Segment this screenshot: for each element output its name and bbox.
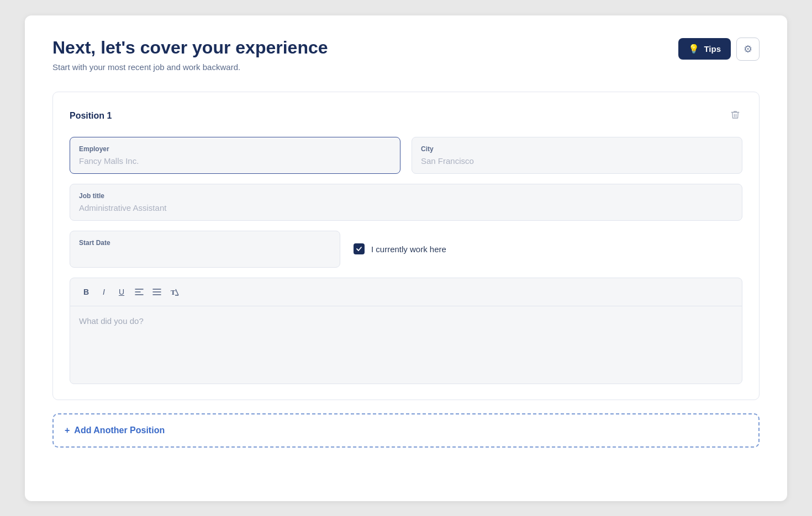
currently-work-label: I currently work here: [371, 244, 446, 254]
tips-button[interactable]: 💡 Tips: [678, 38, 731, 60]
start-date-label: Start Date: [79, 239, 331, 247]
page-subtitle: Start with your most recent job and work…: [52, 62, 328, 72]
job-title-row: Job title: [70, 184, 742, 221]
underline-button[interactable]: U: [113, 284, 130, 300]
bold-button[interactable]: B: [78, 284, 94, 300]
align-justify-button[interactable]: [149, 284, 165, 300]
delete-position-button[interactable]: [728, 108, 742, 125]
position-1-section: Position 1 Employer: [52, 92, 760, 400]
city-label: City: [421, 145, 733, 153]
currently-work-here-group: I currently work here: [354, 243, 446, 254]
add-icon: +: [65, 425, 70, 435]
job-title-label: Job title: [79, 192, 733, 200]
page-title: Next, let's cover your experience: [52, 38, 328, 58]
gear-icon: ⚙: [744, 43, 752, 55]
currently-work-checkbox[interactable]: [354, 243, 365, 254]
header-right: 💡 Tips ⚙: [678, 38, 760, 61]
employer-label: Employer: [79, 145, 391, 153]
header-left: Next, let's cover your experience Start …: [52, 38, 328, 72]
position-1-label: Position 1: [70, 111, 112, 121]
svg-line-8: [176, 289, 178, 295]
main-card: Next, let's cover your experience Start …: [25, 15, 787, 501]
svg-text:T: T: [171, 288, 176, 296]
employer-city-row: Employer City: [70, 137, 742, 174]
start-date-row: Start Date I currently work here: [70, 231, 742, 268]
start-date-field: Start Date: [70, 231, 340, 268]
trash-icon: [730, 111, 740, 122]
position-1-header: Position 1: [70, 108, 742, 125]
description-placeholder: What did you do?: [79, 316, 144, 326]
city-input[interactable]: [421, 156, 733, 166]
bulb-icon: 💡: [688, 44, 699, 54]
employer-field: Employer: [70, 137, 400, 174]
employer-input[interactable]: [79, 156, 391, 166]
job-title-input[interactable]: [79, 203, 733, 212]
header: Next, let's cover your experience Start …: [52, 38, 760, 72]
add-another-position-button[interactable]: + Add Another Position: [52, 413, 760, 448]
clear-format-button[interactable]: T: [166, 284, 183, 300]
settings-button[interactable]: ⚙: [736, 38, 760, 61]
add-position-label: Add Another Position: [74, 425, 165, 435]
description-content-area[interactable]: What did you do?: [70, 306, 742, 384]
start-date-input[interactable]: [79, 250, 331, 259]
job-title-field: Job title: [70, 184, 742, 221]
tips-button-label: Tips: [704, 44, 721, 54]
align-left-button[interactable]: [131, 284, 147, 300]
description-editor: B I U: [70, 278, 742, 384]
italic-button[interactable]: I: [96, 284, 112, 300]
city-field: City: [412, 137, 742, 174]
editor-toolbar: B I U: [70, 278, 742, 306]
